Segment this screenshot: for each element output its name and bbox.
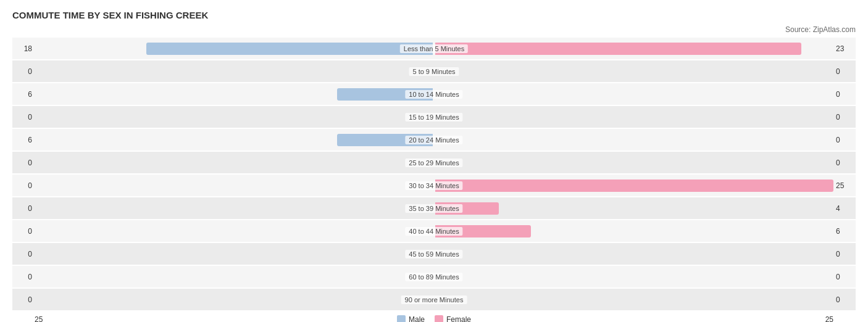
bars-container: 30 to 34 Minutes [35, 175, 833, 196]
female-bar-side [434, 65, 833, 78]
male-value: 0 [12, 227, 35, 236]
row-label: 45 to 59 Minutes [405, 250, 462, 258]
male-bar-side [35, 271, 434, 283]
row-label: 5 to 9 Minutes [409, 67, 459, 76]
source-label: Source: ZipAtlas.com [12, 25, 856, 34]
female-value: 0 [833, 67, 856, 76]
female-value: 4 [833, 204, 856, 213]
male-value: 0 [12, 273, 35, 281]
bars-container: 35 to 39 Minutes [35, 197, 833, 219]
chart-row: 015 to 19 Minutes0 [12, 106, 856, 128]
bars-container: 20 to 24 Minutes [35, 129, 833, 151]
female-bar-side [434, 134, 833, 146]
male-bar-side [35, 43, 434, 55]
chart-row: 040 to 44 Minutes6 [12, 220, 856, 242]
row-label: 35 to 39 Minutes [405, 204, 462, 213]
female-bar-side [434, 88, 833, 101]
chart-row: 035 to 39 Minutes4 [12, 197, 856, 219]
male-bar-side [35, 88, 434, 101]
chart-row: 620 to 24 Minutes0 [12, 129, 856, 151]
row-label: 25 to 29 Minutes [405, 159, 462, 167]
chart-row: 030 to 34 Minutes25 [12, 175, 856, 196]
row-label: 40 to 44 Minutes [405, 227, 462, 236]
bars-container: 25 to 29 Minutes [35, 152, 833, 173]
male-value: 6 [12, 136, 35, 144]
male-bar-side [35, 65, 434, 78]
female-value: 23 [833, 44, 856, 53]
female-value: 0 [833, 113, 856, 122]
male-bar-side [35, 157, 434, 169]
male-value: 0 [12, 67, 35, 76]
chart-area: 18Less than 5 Minutes2305 to 9 Minutes06… [12, 38, 856, 310]
row-label: 20 to 24 Minutes [405, 136, 462, 144]
row-label: 15 to 19 Minutes [405, 113, 462, 122]
male-value: 0 [12, 250, 35, 258]
male-bar-side [35, 202, 434, 215]
female-value: 6 [833, 227, 856, 236]
female-bar-side [434, 111, 833, 123]
chart-row: 060 to 89 Minutes0 [12, 266, 856, 287]
male-bar-side [35, 111, 434, 123]
bars-container: 60 to 89 Minutes [35, 266, 833, 287]
row-label: 90 or more Minutes [401, 295, 467, 304]
female-bar-side [434, 248, 833, 260]
legend-female-label: Female [446, 315, 471, 322]
male-bar [146, 43, 433, 55]
female-value: 0 [833, 90, 856, 99]
male-value: 0 [12, 181, 35, 190]
bars-container: 90 or more Minutes [35, 289, 833, 310]
female-value: 0 [833, 159, 856, 167]
bars-container: 40 to 44 Minutes [35, 220, 833, 242]
chart-row: 610 to 14 Minutes0 [12, 83, 856, 105]
bars-container: 45 to 59 Minutes [35, 243, 833, 265]
legend-male-label: Male [409, 315, 425, 322]
legend-male: Male [397, 315, 425, 322]
female-value: 0 [833, 250, 856, 258]
axis-label-left: 25 [35, 315, 57, 322]
female-bar-side [434, 294, 833, 306]
row-label: 60 to 89 Minutes [405, 273, 462, 281]
female-bar-side [434, 225, 833, 237]
row-label: 30 to 34 Minutes [405, 181, 462, 190]
female-value: 25 [833, 181, 856, 190]
male-bar-side [35, 134, 434, 146]
chart-row: 090 or more Minutes0 [12, 289, 856, 310]
female-bar-side [434, 271, 833, 283]
male-value: 0 [12, 159, 35, 167]
female-bar [435, 43, 801, 55]
bars-container: 5 to 9 Minutes [35, 60, 833, 82]
row-label: Less than 5 Minutes [400, 44, 468, 53]
female-bar-side [434, 157, 833, 169]
female-value: 0 [833, 136, 856, 144]
female-bar-side [434, 43, 833, 55]
male-value: 0 [12, 295, 35, 304]
bars-container: Less than 5 Minutes [35, 38, 833, 59]
female-value: 0 [833, 295, 856, 304]
bars-container: 10 to 14 Minutes [35, 83, 833, 105]
chart-row: 18Less than 5 Minutes23 [12, 38, 856, 59]
chart-row: 05 to 9 Minutes0 [12, 60, 856, 82]
male-bar-side [35, 180, 434, 192]
axis-label-right: 25 [811, 315, 833, 322]
female-value: 0 [833, 273, 856, 281]
male-value: 6 [12, 90, 35, 99]
chart-row: 025 to 29 Minutes0 [12, 152, 856, 173]
chart-title: COMMUTE TIME BY SEX IN FISHING CREEK [12, 10, 856, 20]
chart-row: 045 to 59 Minutes0 [12, 243, 856, 265]
male-value: 18 [12, 44, 35, 53]
female-bar [435, 180, 833, 192]
male-value: 0 [12, 113, 35, 122]
legend-female: Female [435, 315, 471, 322]
female-bar-side [434, 180, 833, 192]
male-bar-side [35, 225, 434, 237]
female-bar-side [434, 202, 833, 215]
male-value: 0 [12, 204, 35, 213]
bars-container: 15 to 19 Minutes [35, 106, 833, 128]
male-bar-side [35, 248, 434, 260]
male-bar-side [35, 294, 434, 306]
row-label: 10 to 14 Minutes [405, 90, 462, 99]
